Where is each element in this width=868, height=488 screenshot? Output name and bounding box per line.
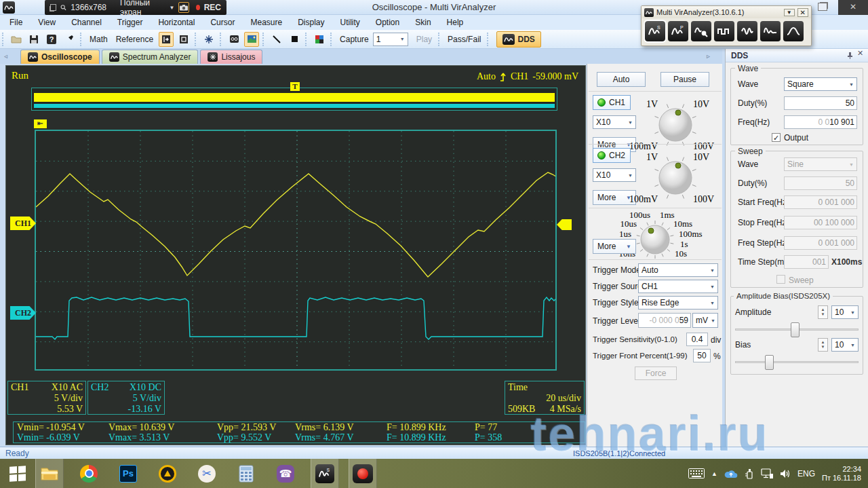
line-style-button[interactable] [269, 32, 284, 47]
tab-scroll-left-icon[interactable]: ◃ [4, 49, 7, 64]
ch1-enable-button[interactable]: CH1 [593, 95, 631, 110]
resize-icon[interactable] [50, 4, 56, 11]
record-waveform-button[interactable] [226, 32, 241, 47]
menu-view[interactable]: View [38, 18, 56, 27]
screenshot-button[interactable] [244, 32, 259, 47]
amplitude-spinner[interactable]: ▲▼ [818, 305, 828, 319]
taskbar-viranalyzer[interactable]: S [311, 459, 339, 488]
sweep-step-input[interactable]: 0 001 000 [784, 236, 857, 250]
start-button[interactable] [0, 459, 35, 488]
color-settings-button[interactable] [312, 32, 327, 47]
dds-toggle-button[interactable]: DDS [496, 31, 540, 48]
taskbar-calculator[interactable] [232, 459, 260, 488]
taskbar-aimp[interactable] [153, 459, 182, 488]
logic-analyzer-tool-icon[interactable] [714, 21, 734, 41]
menu-file[interactable]: File [9, 18, 22, 27]
amplitude-select[interactable]: 10▼ [831, 305, 859, 319]
bias-slider-handle[interactable] [765, 355, 774, 370]
menu-cursor[interactable]: Cursor [210, 18, 235, 27]
usb-device-icon[interactable] [745, 468, 754, 479]
trigger-level-unit-select[interactable]: mV▼ [692, 313, 718, 328]
menu-help[interactable]: Help [447, 18, 464, 27]
touch-keyboard-icon[interactable] [688, 468, 705, 478]
amplitude-slider-handle[interactable] [791, 322, 800, 337]
dds-wave-select[interactable]: Square▼ [784, 77, 857, 91]
sweep-stop-input[interactable]: 00 100 000 [784, 216, 857, 229]
sweep-wave-select[interactable]: Sine▼ [784, 157, 857, 171]
language-indicator[interactable]: ENG [797, 469, 815, 478]
trigger-mode-select[interactable]: Auto▼ [638, 263, 718, 277]
close-window-button[interactable]: ✕ [838, 0, 868, 15]
tab-spectrum-analyzer[interactable]: Spectrum Analyzer [102, 50, 199, 64]
channel-panel-toggle-button[interactable] [159, 32, 174, 47]
pin-icon[interactable] [846, 52, 854, 60]
spectrum-tool-icon[interactable]: P [668, 21, 688, 41]
dds-close-icon[interactable]: ✕ [857, 49, 863, 58]
menu-option[interactable]: Option [376, 18, 399, 27]
handheld-scope-tool-icon[interactable] [691, 21, 711, 41]
trigger-level-input[interactable]: -0 000 059 [638, 313, 691, 328]
timebase-more-button[interactable]: More▼ [593, 239, 636, 254]
trigger-level-marker[interactable] [557, 219, 572, 230]
network-icon[interactable] [761, 468, 773, 478]
waveform-overview-bar[interactable] [31, 88, 557, 111]
menu-trigger[interactable]: Trigger [117, 18, 143, 27]
tray-clock[interactable]: 22:34 Пт 16.11.18 [822, 465, 861, 483]
autoset-button[interactable] [201, 32, 216, 47]
display-frame-button[interactable] [176, 32, 191, 47]
filter-tool-icon[interactable] [783, 21, 804, 41]
reference-button[interactable]: Reference [116, 35, 153, 44]
menu-utility[interactable]: Utility [340, 18, 360, 27]
dds-freq-input[interactable]: 0 010 901 [784, 115, 857, 129]
dds-output-checkbox[interactable]: ✓ [772, 133, 781, 142]
oscilloscope-tool-icon[interactable]: S [645, 21, 665, 41]
magnifier-icon[interactable] [60, 3, 66, 12]
menu-display[interactable]: Display [298, 18, 324, 27]
play-button[interactable]: Play [416, 35, 432, 44]
taskbar-chrome[interactable] [75, 459, 103, 488]
dot-style-button[interactable] [287, 32, 302, 47]
help-button[interactable]: ? [44, 32, 59, 47]
taskbar-snipping-tool[interactable]: ✂ [193, 459, 221, 488]
capture-count-select[interactable]: 1▼ [373, 33, 408, 46]
ch2-volts-knob[interactable]: 1V 10V 100mV 100V [629, 145, 722, 209]
tab-oscilloscope[interactable]: Oscilloscope [20, 50, 100, 64]
sweep-start-input[interactable]: 0 001 000 [784, 195, 857, 209]
float-close-icon[interactable]: ✕ [797, 8, 808, 17]
trigger-style-select[interactable]: Rise Edge▼ [638, 296, 718, 309]
trigger-source-select[interactable]: CH1▼ [638, 280, 718, 293]
camera-button[interactable] [178, 2, 189, 13]
save-button[interactable] [26, 32, 41, 47]
float-dropdown-icon[interactable]: ▼ [784, 9, 795, 16]
sweep-timestep-input[interactable]: 001 [784, 255, 829, 269]
trigger-front-input[interactable]: 50 [693, 349, 711, 362]
sweep-duty-input[interactable]: 50 [784, 176, 857, 190]
volume-icon[interactable] [780, 469, 791, 478]
force-trigger-button[interactable]: Force [635, 367, 677, 380]
restore-window-button[interactable] [818, 3, 827, 11]
settings-tool-button[interactable] [62, 32, 77, 47]
trigger-sensitivity-input[interactable]: 0.4 [686, 333, 708, 346]
tray-expand-icon[interactable]: ▲ [711, 470, 717, 477]
bias-spinner[interactable]: ▲▼ [818, 338, 828, 352]
passfail-button[interactable]: Pass/Fail [448, 35, 481, 44]
math-button[interactable]: Math [90, 35, 108, 44]
ch2-offset-marker[interactable]: CH2 [10, 306, 36, 320]
taskbar-file-explorer[interactable] [35, 459, 64, 488]
taskbar-recorder[interactable] [349, 459, 377, 488]
open-file-button[interactable] [9, 32, 24, 47]
pause-button[interactable]: Pause [660, 72, 709, 87]
auto-button[interactable]: Auto [597, 72, 646, 87]
bias-slider-track[interactable] [735, 361, 859, 363]
ch1-offset-marker[interactable]: CH1 [10, 217, 36, 230]
menu-horizontal[interactable]: Horizontal [158, 18, 195, 27]
sweep-generator-tool-icon[interactable] [760, 21, 781, 41]
horizontal-position-marker[interactable]: ⇤ [34, 119, 47, 128]
taskbar-viber[interactable]: ☎ [271, 459, 300, 488]
ch2-enable-button[interactable]: CH2 [593, 148, 631, 163]
menu-skin[interactable]: Skin [415, 18, 431, 27]
menu-measure[interactable]: Measure [250, 18, 282, 27]
tab-scroll-right-icon[interactable]: ▹ [707, 49, 710, 64]
sweep-enable-checkbox[interactable] [776, 275, 785, 284]
dds-duty-input[interactable]: 50 [784, 96, 857, 110]
